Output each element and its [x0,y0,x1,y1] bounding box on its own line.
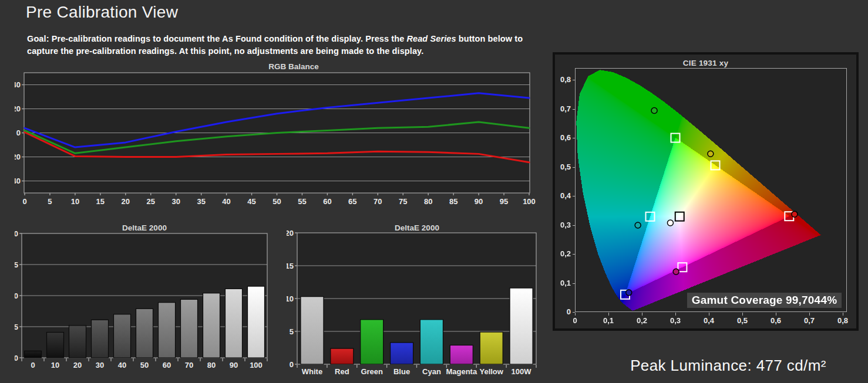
goal-line1-post: button below to [456,34,523,43]
cie-x-tick-label: 0,5 [731,316,754,326]
goal-line2: capture the pre-calibration readings. At… [27,46,423,56]
category-label: 100W [512,367,532,376]
cie-x-tick-label: 0,3 [664,316,687,326]
cie-y-tick-label: 0,6 [555,133,571,143]
cie-x-tick-label: 0,2 [630,316,654,326]
y-tick-label: 5 [15,323,18,331]
cie-x-tick-label: 0 [563,316,587,326]
cie-y-tick [573,254,575,255]
x-tick-label: 100 [523,197,536,206]
x-tick-label: 10 [71,197,79,206]
x-tick-label: 50 [272,197,281,206]
deltae-grayscale-chart: DeltaE 200005101520010203040506070809010… [15,221,273,377]
cie-x-tick-label: 0,1 [597,316,620,326]
y-tick-label: 15 [287,262,294,270]
gamut-coverage-badge: Gamut Coverage 99,7044% [687,293,842,308]
x-tick-label: 35 [197,197,205,206]
y-tick-label: 20 [15,229,18,238]
x-tick-label: 5 [48,197,52,206]
y-tick-label: 10 [15,292,18,300]
bar-white [301,297,324,364]
bar-70 [181,299,198,358]
bar-10 [47,333,64,358]
category-label: 50 [140,361,149,370]
category-label: 90 [230,361,238,370]
cie-x-tick-label: 0,6 [764,316,788,326]
cie-y-tick [573,283,575,284]
x-tick-label: 45 [247,197,255,206]
x-tick-label: 90 [475,197,483,206]
cie-y-tick-label: 0,4 [555,191,571,201]
y-tick-label: 0 [290,360,294,369]
cie-y-tick [573,80,575,80]
category-label: 40 [118,361,126,370]
y-tick-label: 0 [15,354,18,362]
chart-title: DeltaE 2000 [395,223,439,232]
cie-y-tick-label: 0,8 [555,75,571,84]
category-label: 80 [207,361,216,370]
cie-x-tick-label: 0,7 [798,316,821,326]
y-tick-label: 5 [290,327,294,336]
x-tick-label: 0 [22,197,26,206]
category-label: White [302,367,322,376]
cie-x-tick-label: 0,4 [697,316,721,326]
x-tick-label: 15 [96,197,105,206]
bar-magenta [450,345,473,364]
deltae-primaries-chart: DeltaE 200005101520WhiteRedGreenBlueCyan… [287,221,548,383]
cie-y-tick-label: 0 [555,307,571,317]
x-tick-label: 25 [147,197,155,206]
page-title: Pre Calibration View [26,3,178,22]
cie-y-tick-label: 0,7 [555,104,571,114]
bar-60 [159,303,176,358]
bar-0 [25,351,42,358]
y-tick-label: 10 [287,294,294,303]
goal-read-series: Read Series [406,34,456,43]
cie-y-tick-label: 0,2 [555,249,571,259]
cie-x-tick [843,313,843,316]
bar-30 [92,320,109,358]
category-label: 70 [185,361,193,370]
y-tick-label: 40 [15,80,21,89]
category-label: Cyan [422,367,441,376]
cie-1931-panel: CIE 1931 xy 000,10,10,20,20,30,30,40,40,… [553,52,859,331]
cie-x-tick [742,313,743,316]
peak-luminance-readout: Peak Luminance: 477 cd/m² [599,357,857,375]
x-tick-label: 80 [424,197,432,206]
category-label: Red [335,367,349,376]
x-tick-label: 55 [298,197,306,206]
y-tick-label: -40 [15,177,21,185]
pre-calibration-page: { "page": { "background": "#323232", "pa… [0,0,868,383]
cie-x-tick [776,313,776,316]
bar-blue [391,343,413,364]
category-label: 10 [51,361,59,370]
bar-50 [136,309,153,358]
category-label: Magenta [446,367,477,376]
category-label: 20 [73,361,82,370]
cie-y-tick-label: 0,3 [555,221,571,230]
bar-80 [203,293,220,358]
cie-chart-title: CIE 1931 xy [555,59,856,67]
y-tick-label: 20 [15,104,21,113]
bar-100w [510,288,533,364]
bar-red [331,348,354,364]
bar-green [361,320,383,364]
y-tick-label: 20 [287,229,294,238]
cie-x-tick [575,313,576,316]
cie-y-tick-label: 0,5 [555,162,571,172]
category-label: Green [361,367,383,376]
category-label: 0 [31,361,35,370]
cie-diagram-canvas [575,68,847,312]
chart-title: DeltaE 2000 [122,223,167,232]
y-tick-label: -20 [15,152,21,161]
y-tick-label: 15 [15,260,18,269]
bar-40 [114,314,131,358]
x-tick-label: 75 [399,197,407,206]
cie-x-tick [675,313,676,316]
chart-title: RGB Balance [268,62,319,71]
bar-100 [248,286,265,358]
goal-line1-pre: Goal: Pre-calibration readings to docume… [27,34,406,43]
x-tick-label: 95 [500,197,508,206]
bar-20 [69,326,86,358]
goal-text: Goal: Pre-calibration readings to docume… [27,33,523,57]
category-label: 60 [163,361,171,370]
